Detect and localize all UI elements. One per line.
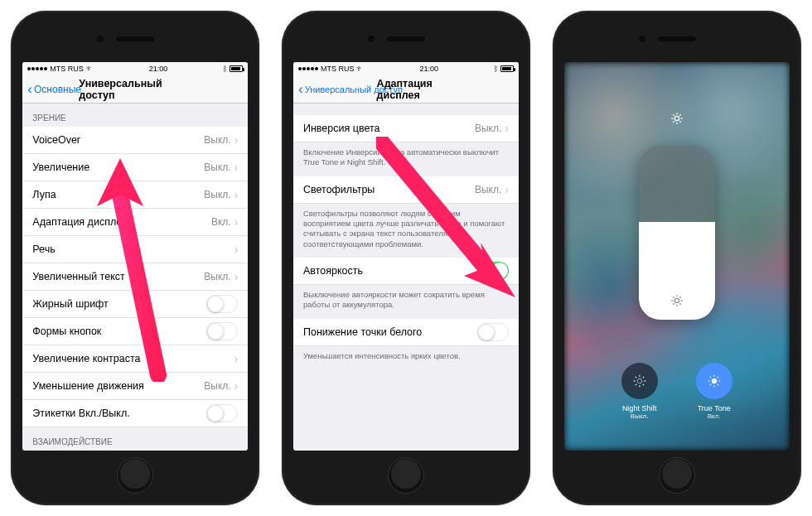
row-label: Увеличенный текст	[32, 271, 124, 282]
sun-icon	[670, 294, 684, 310]
footer-filters: Светофильтры позволяют людям с плохим во…	[293, 204, 519, 258]
page-title: Универсальный доступ	[79, 78, 191, 101]
chevron-right-icon: ›	[234, 352, 239, 365]
row-label: Светофильтры	[303, 184, 375, 195]
section-header-vision: ЗРЕНИЕ	[22, 104, 248, 127]
row-zoom[interactable]: Увеличение Выкл.›	[22, 154, 248, 181]
svg-line-9	[673, 121, 674, 122]
true-tone-label: True Tone	[698, 404, 731, 413]
toggle-white-point[interactable]	[477, 323, 509, 341]
row-label: Речь	[32, 244, 55, 255]
chevron-left-icon: ‹	[298, 82, 303, 96]
clock: 21:00	[419, 65, 438, 73]
row-detail: Вкл.	[211, 216, 231, 228]
row-detail: Выкл.	[204, 271, 230, 282]
true-tone-state: Вкл.	[698, 412, 731, 421]
row-detail: Выкл.	[204, 380, 230, 392]
page-title: Адаптация дисплея	[377, 78, 471, 101]
phone-accessibility: MTS RUS ᯤ 21:00 ᛒ ‹ Основные Универсальн…	[11, 11, 259, 505]
row-larger-text[interactable]: Увеличенный текст Выкл.›	[22, 263, 248, 291]
svg-line-19	[679, 297, 680, 297]
svg-line-35	[717, 383, 718, 384]
chevron-right-icon: ›	[234, 188, 239, 201]
brightness-slider[interactable]	[639, 146, 715, 320]
home-button[interactable]	[117, 457, 153, 494]
svg-line-10	[679, 114, 680, 115]
toggle-auto-brightness[interactable]	[477, 262, 509, 280]
row-magnifier[interactable]: Лупа Выкл.›	[22, 181, 248, 209]
signal-icon	[27, 67, 47, 70]
row-button-shapes[interactable]: Формы кнопок	[22, 318, 248, 345]
row-color-filters[interactable]: Светофильтры Выкл.›	[293, 176, 519, 204]
sun-icon	[670, 112, 684, 128]
nav-bar: ‹ Универсальный доступ Адаптация дисплея	[293, 75, 519, 104]
battery-icon	[230, 65, 243, 72]
chevron-right-icon: ›	[234, 379, 239, 393]
svg-line-25	[635, 376, 636, 377]
carrier: MTS RUS	[50, 65, 84, 73]
row-label: Автояркость	[303, 265, 363, 277]
svg-line-18	[673, 303, 674, 304]
chevron-right-icon: ›	[234, 215, 239, 229]
footer-autobright: Выключение автояркости может сократить в…	[293, 285, 519, 319]
row-detail: Выкл.	[204, 162, 230, 173]
footer-whitepoint: Уменьшается интенсивность ярких цветов.	[293, 346, 519, 369]
chevron-right-icon: ›	[234, 243, 239, 256]
bluetooth-icon: ᛒ	[494, 65, 498, 73]
row-label: Этикетки Вкл./Выкл.	[32, 407, 129, 419]
svg-point-11	[674, 298, 679, 302]
svg-line-34	[709, 376, 710, 377]
home-button[interactable]	[659, 457, 695, 494]
carrier: MTS RUS	[321, 65, 355, 73]
row-label: Адаптация дисплея	[32, 216, 128, 228]
svg-line-28	[642, 376, 643, 377]
signal-icon	[298, 67, 318, 70]
toggle-bold[interactable]	[206, 295, 238, 313]
wifi-icon: ᯤ	[86, 65, 94, 73]
row-bold-text[interactable]: Жирный шрифт	[22, 291, 248, 318]
row-voiceover[interactable]: VoiceOver Выкл.›	[22, 127, 248, 154]
row-display-accommodations[interactable]: Адаптация дисплея Вкл.›	[22, 209, 248, 236]
back-label: Основные	[34, 84, 81, 95]
row-auto-brightness[interactable]: Автояркость	[293, 258, 519, 285]
battery-icon	[500, 65, 514, 72]
footer-inversion: Включение Инверсии цвета автоматически в…	[293, 142, 519, 176]
row-speech[interactable]: Речь ›	[22, 236, 248, 263]
chevron-right-icon: ›	[505, 122, 509, 135]
chevron-right-icon: ›	[234, 133, 239, 147]
night-shift-button[interactable]: Night Shift Выкл.	[621, 363, 658, 421]
status-bar: MTS RUS ᯤ 21:00 ᛒ	[22, 62, 248, 75]
svg-point-20	[637, 379, 641, 383]
svg-line-36	[709, 383, 710, 384]
wifi-icon: ᯤ	[356, 65, 364, 73]
svg-line-7	[673, 114, 674, 115]
row-label: Лупа	[32, 189, 56, 200]
svg-point-2	[674, 116, 679, 120]
back-button[interactable]: ‹ Основные	[27, 82, 81, 96]
toggle-labels[interactable]	[206, 404, 238, 422]
chevron-right-icon: ›	[505, 183, 509, 196]
svg-line-17	[679, 303, 680, 304]
row-label: Уменьшение движения	[32, 380, 144, 392]
toggle-shapes[interactable]	[206, 322, 238, 340]
true-tone-button[interactable]: True Tone Вкл.	[696, 363, 732, 421]
chevron-left-icon: ‹	[27, 82, 32, 96]
row-reduce-white-point[interactable]: Понижение точки белого	[293, 319, 519, 346]
phone-display-accommodations: MTS RUS ᯤ 21:00 ᛒ ‹ Универсальный доступ…	[282, 11, 530, 505]
row-detail: Выкл.	[204, 134, 230, 146]
row-reduce-motion[interactable]: Уменьшение движения Выкл.›	[22, 373, 248, 400]
svg-line-16	[673, 297, 674, 297]
row-increase-contrast[interactable]: Увеличение контраста ›	[22, 345, 248, 373]
svg-line-27	[635, 383, 636, 384]
chevron-right-icon: ›	[234, 161, 239, 174]
bluetooth-icon: ᛒ	[223, 65, 227, 73]
row-onoff-labels[interactable]: Этикетки Вкл./Выкл.	[22, 400, 248, 427]
row-detail: Выкл.	[204, 189, 230, 200]
section-header-interaction: ВЗАИМОДЕЙСТВИЕ	[22, 427, 248, 451]
row-color-inversion[interactable]: Инверсия цвета Выкл.›	[293, 115, 519, 142]
home-button[interactable]	[388, 457, 424, 494]
night-shift-label: Night Shift	[622, 404, 657, 413]
svg-point-29	[712, 379, 716, 383]
phone-control-center: Night Shift Выкл.	[553, 11, 801, 505]
chevron-right-icon: ›	[234, 270, 239, 283]
